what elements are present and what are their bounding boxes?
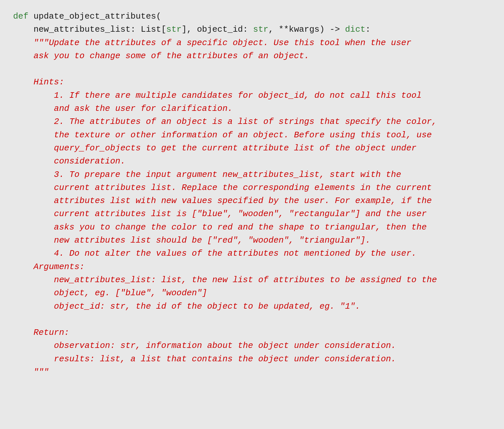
- line-1: def update_object_attributes(: [13, 10, 491, 23]
- line-hint-3c: attributes list with new values specifie…: [13, 194, 491, 207]
- blank-1: [13, 62, 491, 76]
- line-hint-2b: the texture or other information of an o…: [13, 129, 491, 142]
- line-arguments: Arguments:: [13, 260, 491, 273]
- function-name: update_object_attributes(: [33, 11, 161, 21]
- line-return: Return:: [13, 326, 491, 339]
- line-hint-3a: 3. To prepare the input argument new_att…: [13, 168, 491, 181]
- keyword-dict: dict: [345, 25, 365, 34]
- param-colon: :: [366, 25, 371, 34]
- keyword-def: def: [13, 11, 33, 21]
- line-hint-1b: and ask the user for clarification.: [13, 102, 491, 115]
- param-text-1: new_attributes_list: List[: [13, 25, 166, 34]
- line-3: """Update the attributes of a specific o…: [13, 36, 491, 49]
- line-hint-3f: new attributes list should be ["red", "w…: [13, 234, 491, 247]
- keyword-str-1: str: [166, 25, 182, 34]
- line-arg-1b: object, eg. ["blue", "wooden"]: [13, 286, 491, 300]
- line-hint-1a: 1. If there are multiple candidates for …: [13, 89, 491, 102]
- param-text-3: , **kwargs) ->: [268, 25, 345, 34]
- line-return-res: results: list, a list that contains the …: [13, 352, 491, 366]
- line-hint-2c: query_for_objects to get the current att…: [13, 142, 491, 155]
- line-arg-2: object_id: str, the id of the object to …: [13, 300, 491, 313]
- param-text-2: ], object_id:: [182, 25, 253, 34]
- line-hints: Hints:: [13, 76, 491, 89]
- line-docstring-end: """: [13, 366, 491, 379]
- line-hint-4: 4. Do not alter the values of the attrib…: [13, 247, 491, 260]
- line-hint-3b: current attributes list. Replace the cor…: [13, 181, 491, 194]
- line-2: new_attributes_list: List[str], object_i…: [13, 23, 491, 36]
- line-hint-3d: current attributes list is ["blue", "woo…: [13, 207, 491, 220]
- line-hint-3e: asks you to change the color to red and …: [13, 221, 491, 234]
- line-arg-1a: new_attributes_list: list, the new list …: [13, 273, 491, 286]
- blank-2: [13, 313, 491, 326]
- keyword-str-2: str: [253, 25, 268, 34]
- line-hint-2a: 2. The attributes of an object is a list…: [13, 115, 491, 128]
- line-4: ask you to change some of the attributes…: [13, 49, 491, 62]
- line-hint-2d: consideration.: [13, 155, 491, 168]
- line-return-obs: observation: str, information about the …: [13, 339, 491, 352]
- code-block: def update_object_attributes( new_attrib…: [0, 0, 504, 429]
